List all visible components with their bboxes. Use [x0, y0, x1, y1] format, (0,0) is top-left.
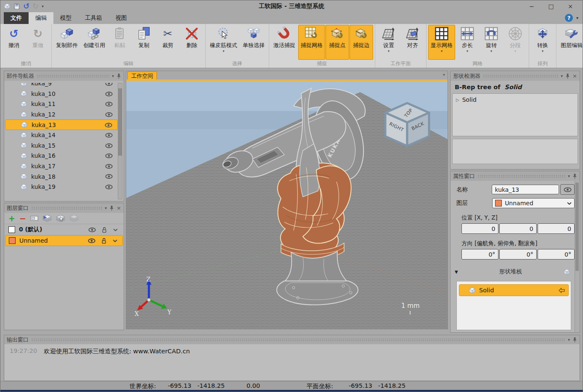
menu-toolbox[interactable]: 工具箱: [78, 12, 109, 24]
copy-button[interactable]: 复制: [132, 25, 156, 60]
roll-field[interactable]: 0°: [538, 249, 575, 260]
visibility-eye-icon[interactable]: [105, 143, 113, 148]
panel-menu-icon[interactable]: ▾: [112, 74, 114, 78]
position-z-field[interactable]: 0: [538, 223, 575, 234]
quick-redo-icon[interactable]: ↻: [32, 3, 39, 10]
part-row[interactable]: kuka_10: [5, 89, 118, 99]
eye-icon[interactable]: [88, 238, 95, 243]
delete-button[interactable]: 删除: [180, 25, 204, 60]
paste-button[interactable]: 粘贴: [108, 25, 132, 60]
panel-menu-icon[interactable]: ▾: [105, 206, 107, 210]
output-header[interactable]: 输出窗口 ▾: [4, 335, 580, 344]
visibility-toggle-button[interactable]: [560, 184, 575, 195]
part-row-selected[interactable]: kuka_13: [5, 119, 118, 130]
part-row[interactable]: kuka_12: [5, 109, 118, 120]
part-row[interactable]: kuka_15: [5, 140, 118, 151]
visibility-eye-icon[interactable]: [105, 112, 113, 117]
part-row[interactable]: kuka_11: [5, 99, 118, 109]
layer-color-swatch[interactable]: [8, 226, 15, 233]
grid-step-button[interactable]: 步长 ▾: [456, 25, 479, 60]
visibility-eye-icon[interactable]: [105, 83, 113, 86]
visibility-eye-icon[interactable]: [105, 123, 112, 127]
quick-access-dropdown-icon[interactable]: ▾: [42, 4, 44, 8]
output-log[interactable]: 19:27:20 欢迎使用工软国际三维造型系统: www.WaterCAD.cn: [5, 344, 579, 380]
collapse-icon[interactable]: ▼: [455, 270, 458, 274]
pin-icon[interactable]: [572, 173, 577, 179]
properties-header[interactable]: 属性窗口 ▾: [450, 171, 580, 181]
help-icon[interactable]: ?: [565, 14, 573, 22]
shape-stack-item-selected[interactable]: Solid: [459, 284, 569, 296]
layer-color-swatch[interactable]: [9, 237, 16, 244]
close-icon[interactable]: ×: [572, 73, 577, 79]
part-list-scrollbar[interactable]: [118, 83, 122, 199]
workplane-setup-button[interactable]: 设置 ▾: [377, 25, 400, 60]
part-row[interactable]: kuka_18: [5, 171, 118, 182]
visibility-eye-icon[interactable]: [105, 154, 113, 158]
scene-3d[interactable]: KUKA: [126, 81, 448, 329]
minimize-button[interactable]: −: [522, 3, 541, 10]
tree-item-solid[interactable]: ▷ Solid: [456, 96, 574, 103]
snap-edge-button[interactable]: 捕捉边: [350, 25, 373, 60]
move-to-layer-button[interactable]: [42, 215, 52, 222]
close-icon[interactable]: ×: [117, 205, 121, 211]
pin-icon[interactable]: [109, 205, 114, 211]
unlock-icon[interactable]: [102, 227, 107, 233]
position-x-field[interactable]: 0: [461, 223, 498, 234]
workplane-align-button[interactable]: 对齐: [401, 25, 424, 60]
create-reference-button[interactable]: 创建引用: [81, 25, 108, 60]
scrollbar-thumb[interactable]: [575, 183, 579, 271]
layer-row-selected[interactable]: Unnamed: [5, 235, 123, 246]
layer-select[interactable]: Unnamed: [492, 198, 575, 208]
grid-rotate-button[interactable]: 旋转 ▾: [480, 25, 503, 60]
visibility-eye-icon[interactable]: [105, 92, 113, 96]
position-y-field[interactable]: 0: [499, 223, 536, 234]
unlock-icon[interactable]: [101, 238, 106, 244]
properties-scrollbar[interactable]: [575, 181, 579, 332]
part-navigator-header[interactable]: 部件导航器 ▾: [4, 71, 124, 81]
chevron-down-icon[interactable]: [113, 228, 118, 231]
tab-overflow-icon[interactable]: ▾: [443, 72, 445, 77]
maximize-button[interactable]: □: [541, 3, 561, 10]
layer-edit-button[interactable]: 图层编辑: [558, 25, 583, 60]
select-layer-objects-button[interactable]: [56, 215, 65, 222]
snap-point-button[interactable]: 捕捉点: [326, 25, 349, 60]
menu-model[interactable]: 模型: [53, 12, 78, 24]
rename-layer-button[interactable]: [30, 215, 38, 221]
shape-inspector-header[interactable]: 形状检测器 ▾ ×: [450, 71, 580, 81]
pin-icon[interactable]: [117, 73, 121, 79]
pin-icon[interactable]: [572, 337, 577, 343]
panel-menu-icon[interactable]: ▾: [561, 74, 563, 78]
redo-button[interactable]: ↻ 重做: [26, 25, 50, 60]
expand-triangle-icon[interactable]: ▷: [456, 98, 459, 102]
menu-edit[interactable]: 编辑: [29, 12, 53, 24]
visibility-eye-icon[interactable]: [105, 185, 113, 189]
transform-button[interactable]: 转换 ▾: [531, 25, 554, 60]
grid-segments-button[interactable]: 分段 ▾: [504, 25, 527, 60]
visibility-eye-icon[interactable]: [105, 102, 113, 106]
chevron-down-icon[interactable]: [113, 239, 117, 242]
drag-handle[interactable]: [483, 74, 558, 77]
drag-handle[interactable]: [37, 74, 109, 77]
save-icon[interactable]: [13, 3, 20, 10]
name-field[interactable]: kuka_13: [492, 185, 559, 194]
snap-grid-button[interactable]: 捕捉网格: [298, 25, 325, 60]
pitch-field[interactable]: 0°: [499, 249, 536, 260]
activate-snap-button[interactable]: 激活捕捉: [271, 25, 298, 60]
viewport-canvas[interactable]: KUKA: [126, 81, 448, 329]
drag-handle[interactable]: [31, 338, 565, 341]
yaw-field[interactable]: 0°: [461, 249, 498, 260]
cut-button[interactable]: ✂ 裁剪: [156, 25, 180, 60]
panel-menu-icon[interactable]: ▾: [568, 174, 570, 178]
remove-layer-button[interactable]: −: [19, 215, 26, 222]
part-row[interactable]: kuka_16: [5, 151, 118, 161]
drag-handle[interactable]: [31, 207, 102, 209]
menu-file[interactable]: 文件: [4, 12, 29, 24]
quick-undo-icon[interactable]: ↺: [23, 3, 29, 10]
visibility-eye-icon[interactable]: [105, 164, 113, 169]
visibility-eye-icon[interactable]: [105, 174, 113, 179]
pin-icon[interactable]: [565, 73, 570, 79]
rubber-band-mode-button[interactable]: 橡皮筋模式 ▾: [207, 25, 240, 60]
visibility-eye-icon[interactable]: [105, 133, 113, 138]
part-row[interactable]: kuka_9: [5, 83, 118, 89]
shape-stack-header[interactable]: ▼ 形状堆栈: [450, 267, 575, 276]
